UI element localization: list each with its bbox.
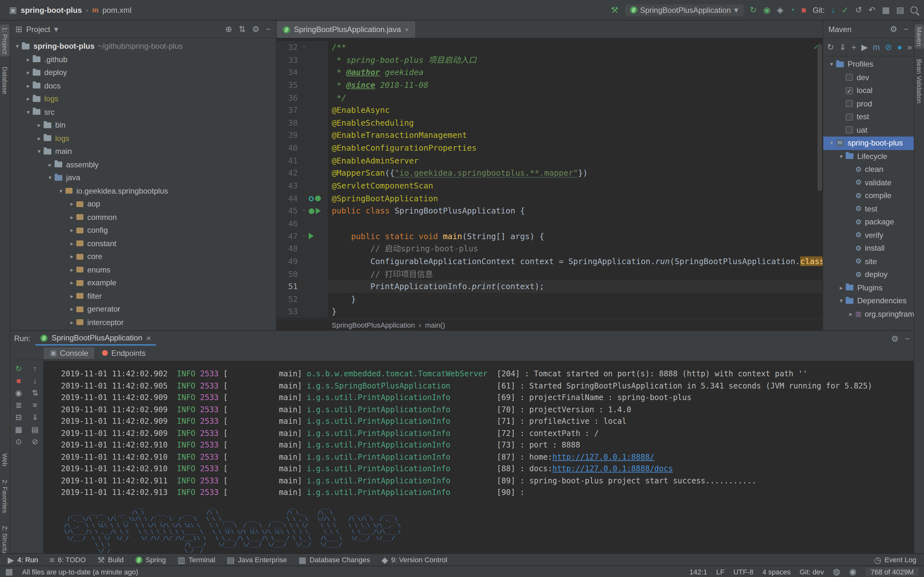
maven-tree-item[interactable]: ⚙package <box>823 215 914 229</box>
soft-wrap-icon[interactable]: ≡ <box>33 401 37 409</box>
tab-console[interactable]: ▣ Console <box>44 347 95 359</box>
chevron-collapsed-icon[interactable]: ▸ <box>24 96 33 102</box>
status-line-separator[interactable]: LF <box>716 568 724 575</box>
profiler-icon[interactable]: ◔ <box>790 6 795 14</box>
tree-item[interactable]: ▸core <box>10 250 276 263</box>
maven-settings-icon[interactable]: m <box>873 43 880 51</box>
tree-item[interactable]: ▾io.geekidea.springbootplus <box>10 184 276 197</box>
settings-icon[interactable]: ⚙ <box>891 334 899 343</box>
more-icon[interactable]: » <box>907 43 912 51</box>
layout-icon[interactable]: ▤ <box>896 6 904 14</box>
chevron-collapsed-icon[interactable]: ▸ <box>35 122 44 129</box>
chevron-collapsed-icon[interactable]: ▸ <box>837 285 846 291</box>
maven-tree-item[interactable]: ⚙site <box>823 255 914 268</box>
chevron-expanded-icon[interactable]: ▾ <box>45 175 55 181</box>
toolwindows-icon[interactable]: ▦ <box>882 6 890 14</box>
highlighting-level-icon[interactable]: ◉ <box>849 567 857 576</box>
console-output[interactable]: 2019-11-01 11:42:02.902 INFO 2533 [ main… <box>44 361 914 553</box>
log-link[interactable]: http://127.0.0.1:8888/ <box>552 452 654 461</box>
fold-marker-icon[interactable]: − <box>301 230 307 242</box>
maven-tree-item[interactable]: ⚙install <box>823 242 914 255</box>
toolwindow-button-database-changes[interactable]: ▦Database Changes <box>298 556 370 564</box>
editor-tab[interactable]: SpringBootPlusApplication.java × <box>276 21 415 38</box>
status-indent-style[interactable]: 4 spaces <box>762 568 790 575</box>
maven-tree-item[interactable]: ▾Lifecycle <box>823 150 914 163</box>
tree-item[interactable]: ▸logs <box>10 132 276 145</box>
sidebar-item-2-favorites[interactable]: 2: Favorites <box>0 477 10 516</box>
chevron-collapsed-icon[interactable]: ▸ <box>67 319 76 326</box>
profile-checkbox[interactable] <box>846 100 853 107</box>
editor-scrollbar[interactable] <box>817 44 822 191</box>
chevron-collapsed-icon[interactable]: ▸ <box>67 227 76 234</box>
chevron-collapsed-icon[interactable]: ▸ <box>24 56 33 63</box>
pin-icon[interactable]: ⊙ <box>15 438 22 446</box>
tree-item[interactable]: ▸example <box>10 276 276 290</box>
chevron-expanded-icon[interactable]: ▾ <box>827 140 836 147</box>
sidebar-item-database[interactable]: Database <box>0 64 10 97</box>
close-icon[interactable]: × <box>405 26 409 33</box>
tree-item[interactable]: ▾src <box>10 105 276 119</box>
scroll-up-icon[interactable]: ↑ <box>33 365 37 372</box>
log-link[interactable]: http://127.0.0.1:8888/docs <box>552 464 673 473</box>
tree-item[interactable]: ▸logs <box>10 92 276 105</box>
coverage-icon[interactable]: ◈ <box>777 6 783 14</box>
maven-tree-item[interactable]: ▾Dependencies <box>823 294 914 308</box>
run-gutter-icon[interactable] <box>316 208 321 214</box>
chevron-expanded-icon[interactable]: ▾ <box>837 153 846 160</box>
print-icon[interactable]: ▤ <box>31 426 39 434</box>
chevron-expanded-icon[interactable]: ▾ <box>35 148 44 155</box>
title-file-name[interactable]: pom.xml <box>102 5 132 15</box>
close-icon[interactable]: × <box>146 334 151 342</box>
chevron-collapsed-icon[interactable]: ▸ <box>67 306 76 313</box>
maven-tree-item[interactable]: ▾Profiles <box>823 58 914 71</box>
tab-endpoints[interactable]: Endpoints <box>96 347 152 359</box>
spring-bean-icon[interactable] <box>315 195 321 201</box>
profile-checkbox[interactable] <box>846 127 853 134</box>
breadcrumb-item[interactable]: main() <box>425 321 445 329</box>
fold-marker-icon[interactable]: − <box>301 41 307 53</box>
tree-item[interactable]: ▸.github <box>10 53 276 66</box>
tree-item[interactable]: ▸constant <box>10 237 276 250</box>
toolwindow-button-9-version-control[interactable]: ◆9: Version Control <box>381 556 447 564</box>
spring-gutter-icon[interactable] <box>309 196 314 201</box>
camera-icon[interactable]: ◉ <box>15 389 22 397</box>
tree-item[interactable]: ▸aop <box>10 197 276 211</box>
profile-checkbox[interactable] <box>846 113 853 121</box>
toolwindow-button-build[interactable]: ⚒Build <box>97 556 124 564</box>
tree-item[interactable]: ▸interceptor <box>10 316 276 329</box>
fold-marker-icon[interactable]: − <box>301 205 307 218</box>
tree-item[interactable]: ▸deploy <box>10 66 276 79</box>
maven-tree-item[interactable]: ⚙clean <box>823 163 914 176</box>
run-config-selector[interactable]: SpringBootPlusApplication ▾ <box>625 4 743 16</box>
event-log-button[interactable]: ◷Event Log <box>874 556 916 564</box>
chevron-collapsed-icon[interactable]: ▸ <box>24 83 33 89</box>
git-rollback-icon[interactable]: ↶ <box>869 6 876 14</box>
chevron-collapsed-icon[interactable]: ▸ <box>846 311 855 318</box>
tree-item[interactable]: ▸assembly <box>10 158 276 171</box>
chevron-expanded-icon[interactable]: ▾ <box>13 43 22 50</box>
chevron-expanded-icon[interactable]: ▾ <box>837 298 846 304</box>
search-icon[interactable] <box>911 6 918 13</box>
sidebar-item-bean-validation[interactable]: Bean Validation <box>914 56 924 106</box>
sidebar-item-1-project[interactable]: 1: Project <box>0 24 10 57</box>
maven-tree-item[interactable]: ✓local <box>823 84 914 97</box>
scroll-down-icon[interactable]: ↓ <box>33 377 37 385</box>
rerun-icon[interactable]: ↻ <box>750 6 757 14</box>
tree-item[interactable]: ▸filter <box>10 290 276 303</box>
code-area[interactable]: 32−/**33 * spring-boot-plus 项目启动入口34 * @… <box>276 41 822 319</box>
skip-tests-icon[interactable]: ⊘ <box>885 43 892 51</box>
tree-item[interactable]: ▸bin <box>10 119 276 132</box>
thread-dump-icon[interactable]: ≣ <box>15 401 22 409</box>
hide-panel-icon[interactable]: − <box>905 334 910 343</box>
chevron-collapsed-icon[interactable]: ▸ <box>67 201 76 207</box>
breadcrumb-item[interactable]: SpringBootPlusApplication <box>332 321 415 329</box>
run-tab[interactable]: SpringBootPlusApplication × <box>36 332 156 346</box>
chevron-collapsed-icon[interactable]: ▸ <box>67 267 76 273</box>
chevron-collapsed-icon[interactable]: ▸ <box>35 135 44 142</box>
add-maven-project-icon[interactable]: + <box>851 43 856 51</box>
hide-panel-icon[interactable]: − <box>904 25 909 33</box>
toolwindow-button-spring[interactable]: Spring <box>136 556 166 564</box>
status-file-encoding[interactable]: UTF-8 <box>733 568 753 575</box>
project-panel-title[interactable]: Project <box>26 25 50 34</box>
tree-item[interactable]: ▸common <box>10 211 276 224</box>
